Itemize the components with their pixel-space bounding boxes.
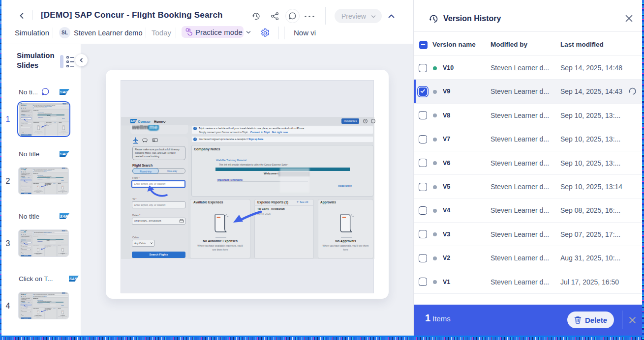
svg-text:SAP: SAP (60, 90, 68, 94)
svg-text:SAP: SAP (60, 214, 68, 219)
svg-text:SAP: SAP (60, 152, 68, 156)
svg-text:SAP: SAP (131, 120, 136, 122)
svg-text:SAP: SAP (69, 277, 78, 281)
